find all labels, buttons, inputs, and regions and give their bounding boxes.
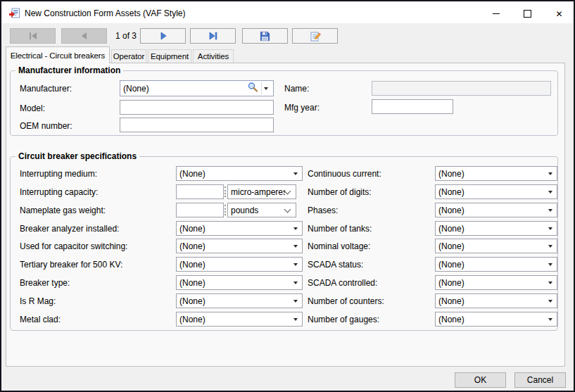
number-of-gauges-dropdown[interactable]: (None) <box>435 312 557 327</box>
save-icon <box>260 31 270 42</box>
chevron-down-icon <box>548 318 552 321</box>
first-record-button[interactable] <box>10 28 56 44</box>
continuous-current-label: Continuous current: <box>308 169 381 179</box>
tertiary-breaker-500kv-dropdown[interactable]: (None) <box>176 257 303 272</box>
mfg-year-input[interactable] <box>372 99 453 114</box>
number-of-digits-label: Number of digits: <box>308 187 372 197</box>
previous-record-icon <box>79 32 90 40</box>
first-record-icon <box>27 32 39 40</box>
breaker-type-dropdown[interactable]: (None) <box>176 275 303 290</box>
used-for-capacitor-switching-dropdown[interactable]: (None) <box>176 239 303 253</box>
close-icon: ✕ <box>555 10 562 18</box>
record-toolbar: 1 of 3 <box>1 23 574 46</box>
chevron-down-icon <box>548 227 552 230</box>
chevron-down-icon <box>548 209 552 212</box>
form-icon <box>8 7 20 19</box>
phases-dropdown[interactable]: (None) <box>435 203 557 217</box>
chevron-down-icon <box>548 263 552 266</box>
chevron-down-icon <box>548 300 552 303</box>
number-of-digits-dropdown[interactable]: (None) <box>435 184 557 199</box>
tab-equipment[interactable]: Equipment <box>148 49 191 63</box>
interrupting-capacity-label: Interrupting capacity: <box>20 187 98 197</box>
number-of-gauges-label: Number of gauges: <box>308 315 379 324</box>
breaker-analyzer-installed-dropdown[interactable]: (None) <box>176 221 303 236</box>
tab-electrical-circuit-breakers[interactable]: Electrical - Circuit breakers <box>6 46 110 63</box>
is-r-mag-label: Is R Mag: <box>20 296 56 306</box>
circuit-breaker-specifications-title: Circuit breaker specifications <box>15 151 139 161</box>
minimize-button[interactable] <box>480 3 512 25</box>
tab-activities[interactable]: Activities <box>193 49 234 63</box>
breaker-analyzer-installed-label: Breaker analyzer installed: <box>20 224 119 234</box>
chevron-down-icon <box>293 282 298 284</box>
breaker-type-label: Breaker type: <box>20 278 70 288</box>
nameplate-gas-weight-input[interactable] <box>176 203 224 217</box>
used-for-capacitor-switching-label: Used for capacitor switching: <box>20 241 127 251</box>
last-record-button[interactable] <box>190 28 236 44</box>
record-position: 1 of 3 <box>110 28 142 44</box>
cancel-button[interactable]: Cancel <box>514 372 566 388</box>
chevron-down-icon <box>293 263 298 266</box>
next-record-button[interactable] <box>140 28 186 44</box>
edit-notes-icon <box>310 31 321 42</box>
scada-controlled-dropdown[interactable]: (None) <box>435 275 557 290</box>
scada-status-dropdown[interactable]: (None) <box>435 257 557 272</box>
manufacturer-label: Manufacturer: <box>20 84 72 94</box>
chevron-down-icon <box>293 318 298 321</box>
manufacturer-lookup-combo[interactable]: (None) <box>120 80 274 96</box>
name-input <box>372 81 551 96</box>
number-of-tanks-label: Number of tanks: <box>308 224 372 234</box>
chevron-down-icon <box>548 172 552 175</box>
continuous-current-dropdown[interactable]: (None) <box>435 166 557 181</box>
tab-operator[interactable]: Operator <box>111 49 146 63</box>
is-r-mag-dropdown[interactable]: (None) <box>176 293 303 308</box>
number-of-tanks-dropdown[interactable]: (None) <box>435 221 557 236</box>
model-input[interactable] <box>120 100 274 115</box>
oem-number-input[interactable] <box>120 118 274 132</box>
number-of-counters-label: Number of counters: <box>308 296 384 306</box>
last-record-icon <box>208 32 219 40</box>
save-button[interactable] <box>242 28 288 44</box>
interrupting-capacity-unit-dropdown[interactable]: micro-amperes <box>227 184 296 199</box>
dialog-window: New Construction Form Assets (VAF Style)… <box>0 0 575 392</box>
name-label: Name: <box>284 84 309 94</box>
scada-status-label: SCADA status: <box>308 260 363 270</box>
splitter-grip-icon <box>225 205 226 215</box>
window-title: New Construction Form Assets (VAF Style) <box>25 8 186 19</box>
metal-clad-dropdown[interactable]: (None) <box>176 312 303 327</box>
edit-notes-button[interactable] <box>292 28 338 44</box>
metal-clad-label: Metal clad: <box>20 315 61 324</box>
interrupting-medium-label: Interrupting medium: <box>20 169 97 179</box>
tertiary-breaker-500kv-label: Tertiary breaker for 500 KV: <box>20 260 122 270</box>
manufacturer-information-title: Manufacturer information <box>15 65 123 75</box>
chevron-down-icon <box>548 191 552 194</box>
maximize-icon <box>524 10 531 18</box>
chevron-down-icon <box>264 87 268 90</box>
interrupting-medium-dropdown[interactable]: (None) <box>176 166 303 181</box>
minimize-icon <box>493 13 500 14</box>
close-button[interactable]: ✕ <box>543 3 575 25</box>
search-icon <box>247 82 258 95</box>
manufacturer-value: (None) <box>120 84 247 94</box>
chevron-down-icon <box>293 245 298 248</box>
scada-controlled-label: SCADA controlled: <box>308 278 377 288</box>
nominal-voltage-dropdown[interactable]: (None) <box>435 239 557 253</box>
maximize-button[interactable] <box>512 3 543 25</box>
ok-button[interactable]: OK <box>455 372 506 388</box>
chevron-down-icon <box>548 282 552 284</box>
chevron-down-icon <box>293 300 298 303</box>
nominal-voltage-label: Nominal voltage: <box>308 241 370 251</box>
chevron-down-icon <box>284 206 291 213</box>
previous-record-button[interactable] <box>61 28 107 44</box>
phases-label: Phases: <box>308 206 338 215</box>
interrupting-capacity-input[interactable] <box>176 184 224 199</box>
nameplate-gas-weight-unit-dropdown[interactable]: pounds <box>227 203 296 217</box>
oem-number-label: OEM number: <box>20 121 72 131</box>
divider <box>261 82 262 94</box>
number-of-counters-dropdown[interactable]: (None) <box>435 293 557 308</box>
titlebar: New Construction Form Assets (VAF Style)… <box>1 1 574 23</box>
next-record-icon <box>158 32 169 40</box>
chevron-down-icon <box>293 227 298 230</box>
chevron-down-icon <box>293 172 298 175</box>
nameplate-gas-weight-label: Nameplate gas weight: <box>20 206 106 215</box>
chevron-down-icon <box>548 245 552 248</box>
